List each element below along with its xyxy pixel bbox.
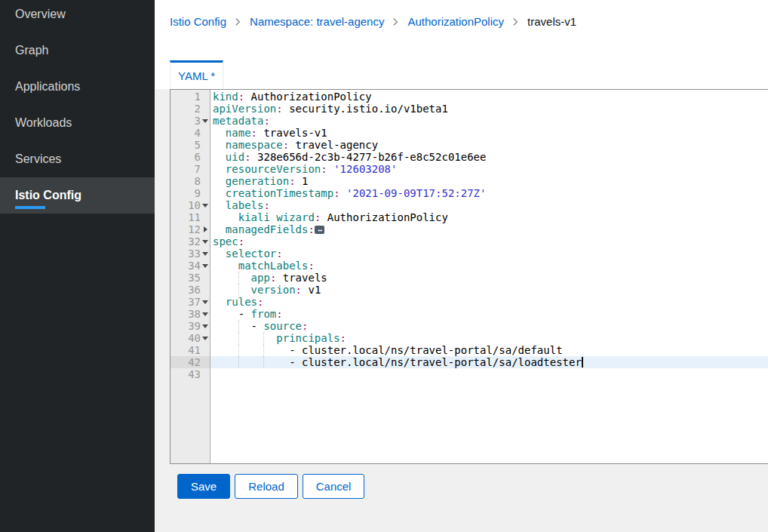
folded-code-widget[interactable]: ↔ (315, 226, 324, 234)
line-number: 39 (170, 320, 210, 332)
reload-button[interactable]: Reload (235, 474, 298, 499)
fold-toggle-icon[interactable] (202, 235, 208, 248)
fold-toggle-icon[interactable] (202, 296, 208, 308)
fold-toggle-icon[interactable] (202, 260, 208, 272)
line-number: 5 (170, 139, 210, 151)
code-line-content[interactable]: labels: (210, 199, 768, 211)
code-line-content[interactable]: managedFields:↔ (210, 223, 768, 235)
fold-toggle-icon[interactable] (202, 223, 208, 235)
editor-line[interactable]: 33 selector: (170, 248, 768, 260)
editor-line[interactable]: 34 matchLabels: (170, 260, 768, 272)
code-line-content[interactable]: matchLabels: (210, 260, 768, 272)
code-line-content[interactable]: - from: (210, 308, 768, 320)
code-line-content[interactable]: - source: (210, 320, 768, 332)
sidebar-item-applications[interactable]: Applications (0, 69, 155, 105)
code-line-content[interactable]: namespace: travel-agency (210, 139, 768, 151)
line-number: 12 (170, 223, 210, 235)
fold-spacer (202, 272, 208, 284)
editor-line[interactable]: 9 creationTimestamp: '2021-09-09T17:52:2… (170, 187, 768, 199)
code-line-content[interactable]: uid: 328e656d-2c3b-4277-b26f-e8c52c01e6e… (210, 151, 768, 163)
sidebar-item-workloads[interactable]: Workloads (0, 105, 155, 141)
yaml-key: spec (213, 235, 238, 248)
editor-line[interactable]: 1kind: AuthorizationPolicy (170, 91, 768, 103)
editor-line[interactable]: 43 (170, 368, 768, 380)
yaml-text (213, 223, 226, 235)
breadcrumb-item-namespace-travel-agency[interactable]: Namespace: travel-agency (250, 15, 384, 28)
code-line-content[interactable]: - cluster.local/ns/travel-portal/sa/defa… (210, 344, 768, 356)
yaml-key: selector (226, 248, 276, 260)
code-line-content[interactable]: creationTimestamp: '2021-09-09T17:52:27Z… (210, 187, 768, 199)
editor-line[interactable]: 2apiVersion: security.istio.io/v1beta1 (170, 103, 768, 115)
breadcrumb-item-istio-config[interactable]: Istio Config (170, 15, 226, 28)
editor-line[interactable]: 37 rules: (170, 296, 768, 308)
editor-line[interactable]: 8 generation: 1 (170, 175, 768, 187)
editor-line[interactable]: 5 namespace: travel-agency (170, 139, 768, 151)
fold-toggle-icon[interactable] (202, 248, 208, 260)
fold-toggle-icon[interactable] (202, 332, 208, 344)
code-line-content[interactable]: generation: 1 (210, 175, 768, 187)
sidebar-item-istio-config[interactable]: Istio Config (0, 177, 155, 214)
code-line-content[interactable]: principals: (210, 332, 768, 344)
editor-line[interactable]: 38 - from: (170, 308, 768, 320)
editor-line[interactable]: 32spec: (170, 235, 768, 248)
fold-spacer (202, 91, 208, 103)
fold-toggle-icon[interactable] (202, 199, 208, 211)
yaml-text (213, 151, 226, 163)
fold-toggle-icon[interactable] (202, 115, 208, 127)
yaml-key: source (263, 320, 302, 332)
editor-line[interactable]: 36 version: v1 (170, 284, 768, 296)
editor-line[interactable]: 12 managedFields:↔ (170, 223, 768, 235)
code-line-content[interactable]: metadata: (210, 115, 768, 127)
sidebar-item-services[interactable]: Services (0, 141, 155, 177)
yaml-text (213, 211, 238, 223)
editor-line[interactable]: 41 - cluster.local/ns/travel-portal/sa/d… (170, 344, 768, 356)
yaml-text: - cluster.local/ns/travel-portal/sa/load… (213, 356, 582, 368)
code-line-content[interactable]: spec: (210, 235, 768, 248)
code-line-content[interactable]: selector: (210, 248, 768, 260)
fold-toggle-icon[interactable] (202, 320, 208, 332)
editor-line[interactable]: 35 app: travels (170, 272, 768, 284)
yaml-key: kind (213, 91, 238, 103)
code-line-content[interactable]: app: travels (210, 272, 768, 284)
indent-guide (238, 332, 239, 344)
line-number: 9 (170, 187, 210, 199)
yaml-text (327, 163, 333, 175)
editor-line[interactable]: 7 resourceVersion: '12603208' (170, 163, 768, 175)
fold-spacer (202, 139, 208, 151)
editor-line[interactable]: 10 labels: (170, 199, 768, 211)
code-line-content[interactable]: version: v1 (210, 284, 768, 296)
editor-line[interactable]: 39 - source: (170, 320, 768, 332)
line-number: 4 (170, 127, 210, 139)
sidebar-item-graph[interactable]: Graph (0, 32, 155, 69)
cancel-button[interactable]: Cancel (303, 474, 365, 499)
line-number: 43 (170, 368, 210, 380)
yaml-editor[interactable]: 1kind: AuthorizationPolicy2apiVersion: s… (170, 89, 768, 464)
sidebar-item-overview[interactable]: Overview (0, 0, 155, 32)
editor-line[interactable]: 6 uid: 328e656d-2c3b-4277-b26f-e8c52c01e… (170, 151, 768, 163)
tab-yaml[interactable]: YAML * (170, 60, 223, 89)
editor-line[interactable]: 3metadata: (170, 115, 768, 127)
code-line-content[interactable]: kind: AuthorizationPolicy (210, 91, 768, 103)
yaml-text: travels-v1 (257, 127, 327, 139)
code-line-content[interactable]: resourceVersion: '12603208' (210, 163, 768, 175)
editor-line[interactable]: 11 kiali wizard: AuthorizationPolicy (170, 211, 768, 223)
save-button[interactable]: Save (177, 474, 230, 499)
editor-line[interactable]: 4 name: travels-v1 (170, 127, 768, 139)
breadcrumb-separator-icon (392, 17, 400, 26)
code-line-content[interactable]: rules: (210, 296, 768, 308)
editor-line[interactable]: 40 principals: (170, 332, 768, 344)
code-line-content[interactable]: apiVersion: security.istio.io/v1beta1 (210, 103, 768, 115)
breadcrumb-item-authorizationpolicy[interactable]: AuthorizationPolicy (407, 15, 504, 28)
yaml-text (213, 175, 226, 187)
fold-toggle-icon[interactable] (202, 308, 208, 320)
code-line-content[interactable]: - cluster.local/ns/travel-portal/sa/load… (210, 356, 768, 368)
code-line-content[interactable]: kiali wizard: AuthorizationPolicy (210, 211, 768, 223)
line-number: 32 (170, 235, 210, 248)
yaml-text (213, 284, 251, 296)
code-line-content[interactable] (210, 368, 768, 380)
yaml-text (213, 139, 226, 151)
editor-line[interactable]: 42 - cluster.local/ns/travel-portal/sa/l… (170, 356, 768, 368)
fold-spacer (202, 127, 208, 139)
fold-spacer (202, 211, 208, 223)
code-line-content[interactable]: name: travels-v1 (210, 127, 768, 139)
